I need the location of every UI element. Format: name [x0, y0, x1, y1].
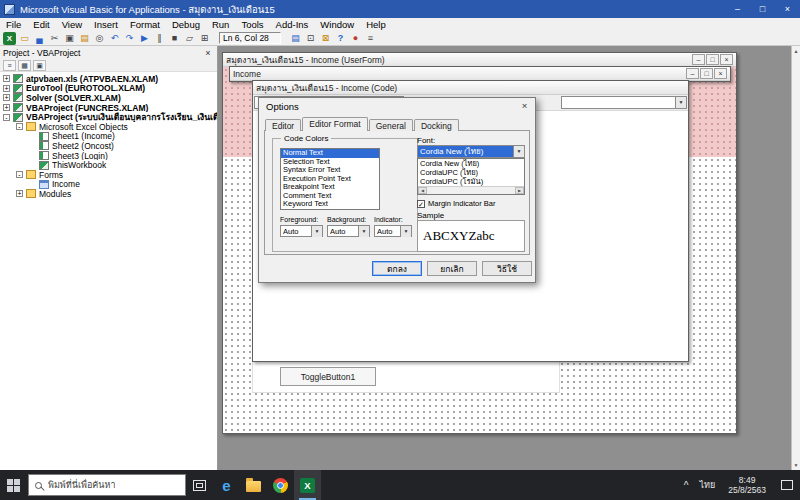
toggle-folders-icon[interactable]: ▣ — [33, 60, 46, 71]
break-icon[interactable]: ∥ — [153, 32, 166, 45]
font-combo[interactable]: Cordia New (ไทย) ▼ — [417, 145, 525, 158]
menu-tools[interactable]: Tools — [235, 19, 269, 30]
background-combo[interactable]: Auto ▼ — [327, 225, 370, 237]
tree-item-eurotool[interactable]: + EuroTool (EUROTOOL.XLAM) — [0, 84, 217, 94]
ok-button[interactable]: ตกลง — [372, 261, 422, 276]
view-object-icon[interactable]: ▦ — [18, 60, 31, 71]
tab-docking[interactable]: Docking — [414, 119, 459, 131]
secondary-window-titlebar[interactable]: Income – □ × — [230, 67, 730, 81]
restore-icon[interactable]: □ — [700, 68, 713, 79]
restore-icon[interactable]: □ — [706, 54, 719, 65]
scroll-right-icon[interactable]: ▶ — [515, 187, 524, 194]
language-indicator[interactable]: ไทย — [693, 478, 721, 492]
tree-expander-icon[interactable]: - — [16, 171, 23, 178]
menu-window[interactable]: Window — [314, 19, 360, 30]
userform-window-titlebar[interactable]: สมุดงาน_เงินเดือน15 - Income (UserForm) … — [223, 53, 736, 67]
close-icon[interactable]: × — [714, 68, 727, 79]
tree-expander-icon[interactable]: - — [3, 114, 10, 121]
code-colors-listbox[interactable]: Normal TextSelection TextSyntax Error Te… — [280, 148, 380, 210]
toggle-breakpoint-icon[interactable]: ● — [349, 32, 362, 45]
menu-view[interactable]: View — [56, 19, 88, 30]
font-list-hscrollbar[interactable]: ◀ ▶ — [418, 186, 524, 194]
taskbar-search[interactable]: พิมพ์ที่นี่เพื่อค้นหา — [28, 474, 186, 496]
copy-icon[interactable]: ▣ — [63, 32, 76, 45]
scroll-up-icon[interactable]: ▲ — [794, 46, 799, 56]
view-code-icon[interactable]: ≡ — [3, 60, 16, 71]
undo-icon[interactable]: ↶ — [108, 32, 121, 45]
tree-item-excel-objects[interactable]: - Microsoft Excel Objects — [0, 122, 217, 132]
taskbar-clock[interactable]: 8:49 25/8/2563 — [721, 475, 773, 495]
minimize-icon[interactable]: – — [692, 54, 705, 65]
menu-addins[interactable]: Add-Ins — [270, 19, 315, 30]
paste-icon[interactable]: ▤ — [78, 32, 91, 45]
tree-item-solver[interactable]: + Solver (SOLVER.XLAM) — [0, 93, 217, 103]
menu-edit[interactable]: Edit — [27, 19, 55, 30]
tree-item-vbaproject[interactable]: - VBAProject (ระบบเงินเดือนบุคลากรโรงเรี… — [0, 112, 217, 122]
toolbox-icon[interactable]: ⊠ — [319, 32, 332, 45]
chevron-down-icon[interactable]: ▼ — [675, 97, 686, 108]
close-icon[interactable]: × — [720, 54, 733, 65]
task-view-button[interactable] — [186, 470, 213, 500]
tree-item-sheet3-login[interactable]: Sheet3 (Login) — [0, 151, 217, 161]
scroll-left-icon[interactable]: ◀ — [418, 187, 427, 194]
font-option[interactable]: Cordia New (ไทย) — [418, 159, 524, 168]
font-option[interactable]: CordiaUPC (โรมัน) — [418, 177, 524, 186]
indicator-combo[interactable]: Auto ▼ — [374, 225, 412, 237]
cancel-button[interactable]: ยกเลิก — [427, 261, 477, 276]
procedure-dropdown[interactable]: ▼ — [561, 96, 687, 109]
menu-format[interactable]: Format — [124, 19, 166, 30]
taskbar-edge-button[interactable]: e — [213, 470, 240, 500]
menu-help[interactable]: Help — [360, 19, 392, 30]
tree-expander-icon[interactable]: + — [3, 94, 10, 101]
properties-window-icon[interactable]: ▤ — [289, 32, 302, 45]
tree-item-thisworkbook[interactable]: ThisWorkbook — [0, 160, 217, 170]
redo-icon[interactable]: ↷ — [123, 32, 136, 45]
design-mode-icon[interactable]: ▱ — [183, 32, 196, 45]
chevron-down-icon[interactable]: ▼ — [400, 226, 411, 237]
tree-item-sheet1-income[interactable]: Sheet1 (Income) — [0, 132, 217, 142]
minimize-icon[interactable]: – — [725, 0, 750, 18]
insert-userform-icon[interactable]: ▭ — [18, 32, 31, 45]
close-icon[interactable]: × — [775, 0, 800, 18]
tree-item-sheet2-oncost[interactable]: Sheet2 (Oncost) — [0, 141, 217, 151]
font-option[interactable]: CordiaUPC (ไทย) — [418, 168, 524, 177]
chevron-down-icon[interactable]: ▼ — [358, 226, 369, 237]
tree-item-income-form[interactable]: Income — [0, 180, 217, 190]
taskbar-file-explorer-button[interactable] — [240, 470, 267, 500]
run-icon[interactable]: ▶ — [138, 32, 151, 45]
taskbar-chrome-button[interactable] — [267, 470, 294, 500]
tree-item-modules[interactable]: + Modules — [0, 189, 217, 199]
object-browser-icon[interactable]: ⊡ — [304, 32, 317, 45]
scroll-down-icon[interactable]: ▼ — [794, 460, 799, 470]
menu-debug[interactable]: Debug — [166, 19, 206, 30]
action-center-button[interactable] — [773, 470, 800, 500]
margin-indicator-checkbox[interactable]: ✓ Margin Indicator Bar — [417, 199, 496, 208]
dialog-titlebar[interactable]: Options × — [259, 98, 535, 114]
code-window-titlebar[interactable]: สมุดงาน_เงินเดือน15 - Income (Code) — [253, 81, 688, 95]
tree-item-atpvbaen[interactable]: + atpvbaen.xls (ATPVBAEN.XLAM) — [0, 74, 217, 84]
checkbox-checked-icon[interactable]: ✓ — [417, 200, 425, 208]
immediate-window-icon[interactable]: ≡ — [364, 32, 377, 45]
mdi-vertical-scrollbar[interactable]: ▲ ▼ — [791, 46, 800, 470]
project-explorer-close-icon[interactable]: × — [202, 48, 214, 58]
help-button[interactable]: วิธีใช้ — [482, 261, 532, 276]
project-explorer-icon[interactable]: ⊞ — [198, 32, 211, 45]
tree-expander-icon[interactable]: + — [3, 104, 10, 111]
cut-icon[interactable]: ✂ — [48, 32, 61, 45]
tree-expander-icon[interactable]: + — [3, 85, 10, 92]
tray-chevron-icon[interactable]: ^ — [679, 480, 694, 491]
tree-expander-icon[interactable]: - — [16, 123, 23, 130]
reset-icon[interactable]: ■ — [168, 32, 181, 45]
tab-editor[interactable]: Editor — [265, 119, 301, 131]
font-dropdown-list[interactable]: Cordia New (ไทย)CordiaUPC (ไทย)CordiaUPC… — [417, 158, 525, 195]
foreground-combo[interactable]: Auto ▼ — [280, 225, 323, 237]
help-icon[interactable]: ? — [334, 32, 347, 45]
view-excel-icon[interactable]: X — [3, 32, 16, 45]
tree-item-funcres[interactable]: + VBAProject (FUNCRES.XLAM) — [0, 103, 217, 113]
menu-file[interactable]: File — [0, 19, 27, 30]
save-icon[interactable]: ▄ — [33, 32, 46, 45]
tab-editor-format[interactable]: Editor Format — [302, 117, 368, 131]
find-icon[interactable]: ◎ — [93, 32, 106, 45]
dialog-close-icon[interactable]: × — [516, 100, 533, 113]
toggle-button-control[interactable]: ToggleButton1 — [280, 367, 376, 386]
